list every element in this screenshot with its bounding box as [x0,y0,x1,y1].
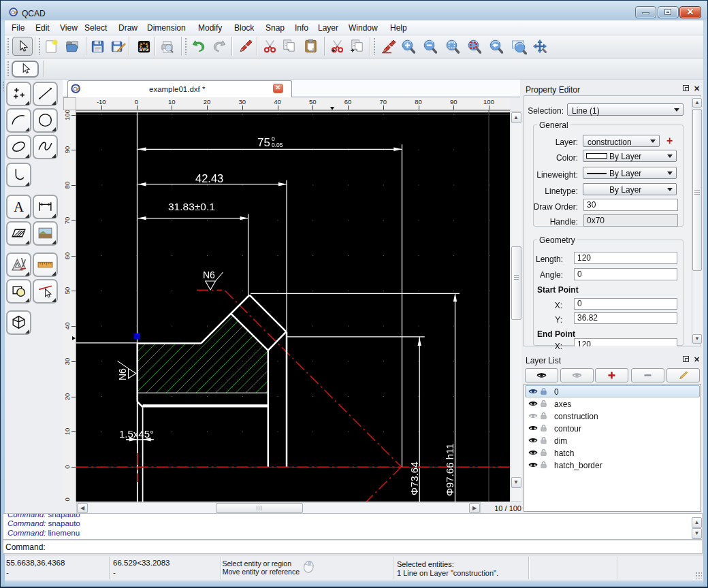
svg-text:0.05: 0.05 [272,142,283,148]
svg-text:75: 75 [257,136,270,149]
svg-text:N6: N6 [117,368,128,380]
svg-text:N6: N6 [203,270,215,280]
svg-text:42.43: 42.43 [195,172,223,184]
svg-text:SVG: SVG [139,47,148,52]
svg-text:Φ73.64: Φ73.64 [408,461,420,495]
svg-text:1.5x45°: 1.5x45° [119,428,154,440]
svg-text:Φ97.66 h11: Φ97.66 h11 [444,443,455,496]
svg-text:31.83±0.1: 31.83±0.1 [168,201,215,212]
svg-text:A: A [14,199,24,215]
